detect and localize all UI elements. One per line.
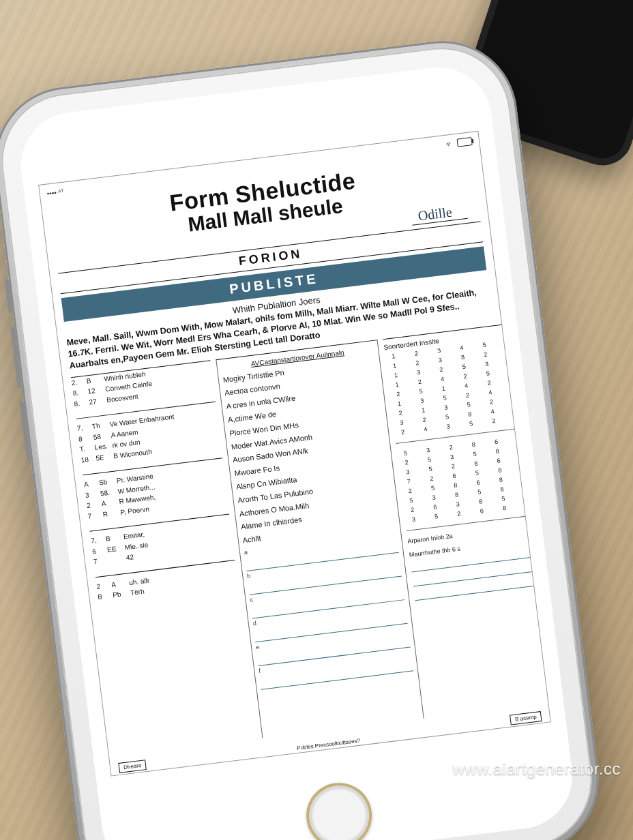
grid-cell: 5	[427, 512, 445, 521]
grid-cell: 2	[392, 408, 410, 417]
grid-cell: 8	[490, 466, 509, 475]
grid-cell: 2	[407, 348, 426, 357]
columns: 2.BWhinh rlubleh8.12Conveth Cainfe8.27Bo…	[71, 325, 540, 756]
grid-cell: 1	[388, 380, 407, 389]
battery-icon	[456, 137, 472, 147]
grid-cell: 6	[511, 444, 529, 453]
grid-cell: 2	[444, 462, 462, 470]
volume-up-button[interactable]	[10, 327, 22, 388]
grid-cell: 5	[412, 387, 430, 395]
grid-cell: 3	[393, 418, 411, 427]
grid-cell: 8	[504, 385, 522, 394]
grid-cell: 8	[465, 440, 483, 449]
grid-cell: 5	[468, 468, 486, 477]
grid-cell: 2	[485, 416, 503, 425]
grid-cell: 2	[422, 474, 441, 483]
grid-cell: 5	[455, 362, 473, 371]
grid-cell: 2	[458, 391, 477, 400]
grid-cell: 3	[477, 359, 496, 368]
grid-cell: 5	[518, 500, 537, 509]
grid-cell: 4	[417, 425, 435, 434]
grid-cell: 6	[503, 376, 521, 385]
left-group: 7,BEmitar,6EEMle..sle742	[89, 511, 233, 567]
grid-cell: 5	[466, 449, 484, 458]
grid-cell: 6	[514, 463, 532, 472]
grid-cell: 2	[450, 509, 469, 518]
grid-cell: 3	[449, 500, 467, 509]
grid-cell: 6	[445, 471, 464, 480]
grid-cell: 3	[409, 368, 428, 376]
number-grid-2: 5328682535863528657265862586865385682638…	[396, 434, 537, 531]
grid-cell: 2	[403, 505, 422, 514]
phone-device: •••• ᴬᵀ ᯤ Form Sheluctide Mall Mall sheu…	[0, 33, 607, 840]
grid-cell: 2	[415, 415, 434, 424]
grid-cell: 6	[473, 506, 491, 515]
grid-cell: 8	[461, 410, 480, 419]
grid-cell: 3	[437, 403, 455, 412]
grid-cell: 3	[404, 515, 423, 524]
grid-cell: 4	[457, 381, 475, 390]
grid-cell: 8	[516, 482, 534, 491]
footer-box-1[interactable]: Dheare	[118, 760, 147, 773]
grid-cell: 2	[401, 486, 419, 495]
number-grid-1: 1234561238231325351242562514261352482135…	[385, 338, 527, 444]
grid-cell: 8	[454, 352, 472, 361]
grid-cell: 6	[498, 338, 516, 346]
grid-cell: 2	[432, 365, 451, 374]
grid-cell: 2	[480, 378, 499, 387]
grid-cell: 8	[471, 497, 490, 506]
grid-cell: 5	[436, 393, 454, 402]
grid-cell: 8	[510, 434, 529, 443]
phone-face: •••• ᴬᵀ ᯤ Form Sheluctide Mall Mall sheu…	[15, 61, 578, 840]
grid-cell: 6	[490, 456, 508, 465]
grid-cell: 6	[501, 366, 520, 375]
grid-cell: 2	[442, 442, 460, 451]
phone-bezel: •••• ᴬᵀ ᯤ Form Sheluctide Mall Mall sheu…	[0, 40, 600, 840]
grid-cell: 5	[422, 464, 440, 473]
grid-cell: 5	[479, 369, 497, 378]
phone-screen[interactable]: •••• ᴬᵀ ᯤ Form Sheluctide Mall Mall sheu…	[38, 131, 551, 777]
wifi-icon: ᯤ	[445, 140, 454, 149]
grid-cell: 2	[456, 372, 475, 380]
grid-cell: 4	[484, 406, 502, 415]
footer-tiny: Pobles Preccoolticittsees?	[297, 738, 361, 751]
grid-cell: 5	[475, 340, 494, 349]
grid-cell: 1	[435, 384, 453, 393]
grid-cell: 5	[402, 496, 421, 505]
grid-cell: 8	[492, 475, 510, 484]
left-group: 7,ThVe Water Enbahraont858A AanemT.Les.r…	[76, 399, 221, 466]
grid-cell: 3	[439, 422, 458, 431]
left-group: ASbPr. Warstine358.W Morreth...2AR Mwwwe…	[83, 455, 228, 522]
grid-cell: 2	[394, 427, 412, 436]
grid-cell: 4	[433, 374, 452, 383]
grid-cell: 6	[514, 472, 533, 481]
grid-cell: 2	[398, 457, 416, 466]
grid-cell: 5	[420, 455, 439, 464]
grid-cell: 3	[443, 452, 461, 461]
grid-cell: 2	[411, 377, 429, 386]
grid-cell: 6	[469, 478, 488, 487]
desk-scene: •••• ᴬᵀ ᯤ Form Sheluctide Mall Mall sheu…	[0, 0, 633, 840]
grid-cell: 6	[507, 413, 526, 422]
grid-cell: 7	[400, 477, 418, 485]
grid-cell: 1	[385, 352, 403, 361]
document: Form Sheluctide Mall Mall sheule Odille …	[41, 149, 548, 757]
grid-cell: 5	[396, 448, 415, 457]
grid-cell: 2	[482, 397, 501, 406]
grid-cell: 8	[447, 481, 465, 490]
grid-cell: 5	[471, 487, 489, 496]
grid-cell: 3	[431, 355, 450, 364]
grid-cell: 5	[438, 412, 456, 421]
status-left: •••• ᴬᵀ	[46, 188, 64, 197]
volume-down-button[interactable]	[20, 401, 31, 462]
grid-cell: 3	[499, 347, 518, 356]
grid-cell: 8	[505, 394, 523, 403]
mute-switch[interactable]	[5, 279, 13, 313]
grid-cell: 2	[409, 358, 427, 367]
grid-cell: 8	[447, 490, 466, 499]
grid-cell: 5	[506, 404, 525, 412]
grid-cell: 1	[390, 399, 409, 408]
footer-box-2[interactable]: B acemp	[510, 711, 542, 725]
grid-cell: 8	[488, 447, 507, 455]
grid-cell: 8	[495, 503, 514, 512]
